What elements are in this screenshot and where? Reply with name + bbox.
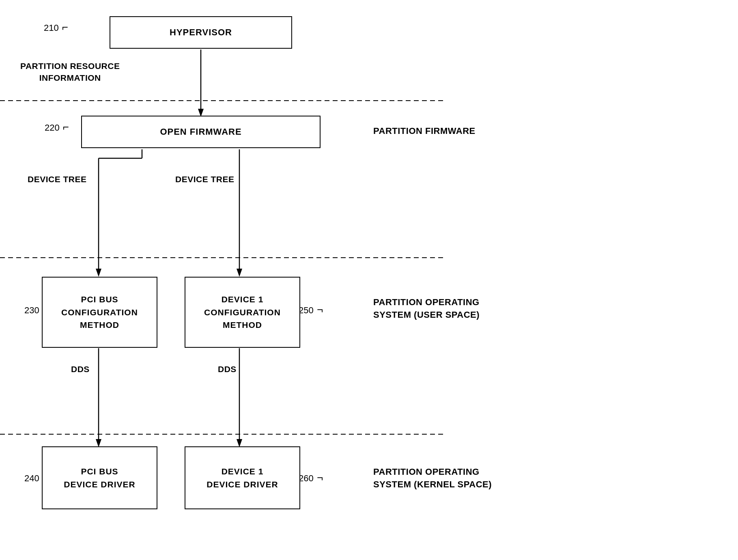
open-firmware-box: OPEN FIRMWARE	[81, 116, 321, 148]
diagram-container: 210 ⌐ HYPERVISOR PARTITION RESOURCEINFOR…	[0, 0, 738, 560]
dds-right-label: DDS	[218, 364, 237, 374]
ref-220: 220 ⌐	[45, 121, 69, 134]
dds-left-label: DDS	[71, 364, 90, 374]
partition-firmware-label: PARTITION FIRMWARE	[373, 125, 476, 138]
svg-marker-14	[237, 439, 242, 447]
svg-marker-8	[96, 269, 101, 277]
pci-bus-config-box: PCI BUSCONFIGURATIONMETHOD	[42, 277, 157, 348]
device-tree-right-label: DEVICE TREE	[175, 174, 235, 184]
device-tree-left-label: DEVICE TREE	[28, 174, 87, 184]
device1-driver-box: DEVICE 1DEVICE DRIVER	[185, 446, 300, 509]
svg-marker-10	[237, 269, 242, 277]
partition-os-user-label: PARTITION OPERATINGSYSTEM (USER SPACE)	[373, 296, 480, 321]
ref-260: 260 ⌐	[299, 472, 323, 484]
hypervisor-box: HYPERVISOR	[110, 16, 292, 49]
partition-os-kernel-label: PARTITION OPERATINGSYSTEM (KERNEL SPACE)	[373, 466, 492, 491]
svg-marker-12	[96, 439, 101, 447]
pci-bus-driver-box: PCI BUSDEVICE DRIVER	[42, 446, 157, 509]
partition-resource-label: PARTITION RESOURCEINFORMATION	[20, 60, 120, 84]
device1-config-box: DEVICE 1CONFIGURATIONMETHOD	[185, 277, 300, 348]
ref-250: 250 ⌐	[299, 304, 323, 316]
ref-210: 210 ⌐	[44, 21, 68, 34]
